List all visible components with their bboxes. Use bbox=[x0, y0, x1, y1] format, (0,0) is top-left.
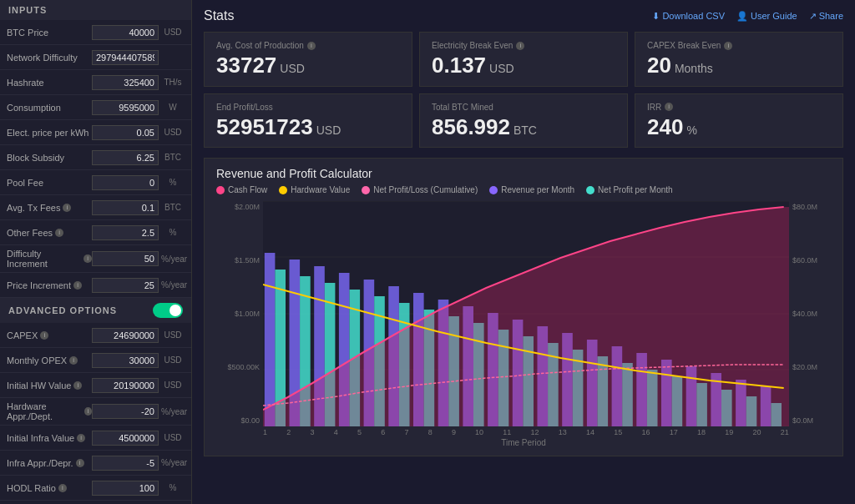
adv-field-5[interactable] bbox=[92, 456, 159, 471]
adv-info-4[interactable]: i bbox=[77, 434, 85, 442]
adv-info-1[interactable]: i bbox=[69, 356, 78, 365]
y-right-tick-4: $60.0M bbox=[792, 256, 831, 265]
input-field-9[interactable] bbox=[92, 251, 159, 266]
inputs-fields: BTC Price USD Network Difficulty Hashrat… bbox=[0, 20, 191, 298]
share-button[interactable]: ↗ Share bbox=[809, 11, 843, 22]
adv-label-3: Hardware Appr./Dept. i bbox=[7, 401, 92, 421]
input-label-7: Avg. Tx Fees i bbox=[7, 203, 92, 213]
download-csv-button[interactable]: ⬇ Download CSV bbox=[652, 11, 725, 22]
input-field-6[interactable] bbox=[92, 175, 159, 190]
input-row-10: Price Increment i %/year bbox=[0, 273, 191, 298]
y-left-tick-4: $1.50M bbox=[216, 256, 260, 265]
input-row-2: Hashrate TH/s bbox=[0, 70, 191, 95]
input-field-1[interactable] bbox=[92, 50, 159, 65]
info-dot-7[interactable]: i bbox=[63, 204, 71, 212]
legend-label-4: Net Profit per Month bbox=[598, 185, 672, 194]
legend-dot-1 bbox=[279, 186, 287, 194]
input-field-3[interactable] bbox=[92, 100, 159, 115]
adv-field-1[interactable] bbox=[92, 353, 159, 368]
adv-row-0: CAPEX i USD bbox=[0, 323, 191, 348]
input-label-9: Difficulty Increment i bbox=[7, 249, 92, 269]
legend-item-1: Hardware Value bbox=[279, 185, 350, 194]
chart-section: Revenue and Profit Calculator Cash Flow … bbox=[204, 158, 843, 456]
input-unit-4: USD bbox=[161, 128, 185, 137]
input-unit-10: %/year bbox=[161, 280, 185, 290]
user-guide-button[interactable]: 👤 User Guide bbox=[736, 11, 797, 22]
stat-btc-mined-label: Total BTC Mined bbox=[432, 103, 615, 112]
advanced-options-toggle[interactable] bbox=[153, 303, 183, 318]
adv-unit-4: USD bbox=[161, 433, 185, 442]
stat-card-profit-loss: End Profit/Loss 52951723USD bbox=[204, 93, 412, 149]
input-field-10[interactable] bbox=[92, 278, 159, 293]
adv-field-0[interactable] bbox=[92, 328, 159, 343]
adv-row-7: Discount Rate i % bbox=[0, 501, 191, 504]
adv-unit-6: % bbox=[161, 483, 185, 492]
stat-cards-row2: End Profit/Loss 52951723USD Total BTC Mi… bbox=[204, 93, 843, 149]
input-unit-2: TH/s bbox=[161, 78, 185, 87]
legend-dot-3 bbox=[489, 186, 498, 194]
adv-label-6: HODL Ratio i bbox=[7, 483, 92, 493]
adv-field-2[interactable] bbox=[92, 378, 159, 393]
chart-title: Revenue and Profit Calculator bbox=[216, 167, 831, 180]
adv-unit-1: USD bbox=[161, 355, 185, 365]
y-right-tick-5: $80.0M bbox=[792, 203, 831, 211]
adv-label-1: Monthly OPEX i bbox=[7, 355, 92, 365]
input-unit-6: % bbox=[161, 178, 185, 187]
adv-field-4[interactable] bbox=[92, 431, 159, 446]
stat-elec-break-value: 0.137USD bbox=[432, 53, 615, 78]
info-dot-8[interactable]: i bbox=[55, 229, 63, 237]
stat-elec-break-info[interactable]: i bbox=[516, 42, 524, 50]
input-field-4[interactable] bbox=[92, 125, 159, 140]
input-field-5[interactable] bbox=[92, 150, 159, 165]
adv-field-6[interactable] bbox=[92, 481, 159, 496]
adv-info-5[interactable]: i bbox=[76, 459, 84, 467]
chart-area: $2.00M $1.50M $1.00M $500.00K $0.00 bbox=[216, 201, 831, 426]
adv-row-4: Initial Infra Value i USD bbox=[0, 426, 191, 451]
input-unit-9: %/year bbox=[161, 255, 185, 264]
adv-label-5: Infra Appr./Depr. i bbox=[7, 458, 92, 468]
info-dot-9[interactable]: i bbox=[83, 255, 92, 263]
stat-irr-info[interactable]: i bbox=[665, 103, 673, 111]
y-left-tick-3: $1.00M bbox=[216, 310, 260, 318]
adv-row-2: Initial HW Value i USD bbox=[0, 373, 191, 398]
adv-info-3[interactable]: i bbox=[84, 407, 92, 416]
input-field-0[interactable] bbox=[92, 25, 159, 40]
adv-info-6[interactable]: i bbox=[58, 484, 67, 492]
adv-info-0[interactable]: i bbox=[40, 331, 48, 340]
legend-item-2: Net Profit/Loss (Cumulative) bbox=[362, 185, 478, 194]
adv-unit-3: %/year bbox=[161, 407, 185, 416]
stat-avg-cost-value: 33727USD bbox=[216, 53, 400, 78]
legend-dot-0 bbox=[216, 186, 225, 194]
input-row-4: Elect. price per kWh USD bbox=[0, 120, 191, 145]
input-unit-3: W bbox=[161, 103, 185, 112]
chart-inner bbox=[263, 201, 789, 426]
stat-irr-label: IRR i bbox=[647, 103, 831, 112]
input-field-2[interactable] bbox=[92, 75, 159, 90]
adv-field-3[interactable] bbox=[92, 404, 159, 419]
x-axis-ticks: 12345 678910 1112131415 1617181920 21 bbox=[216, 428, 831, 436]
stat-profit-loss-value: 52951723USD bbox=[216, 115, 400, 139]
input-label-10: Price Increment i bbox=[7, 280, 92, 290]
adv-info-2[interactable]: i bbox=[73, 381, 82, 390]
input-row-7: Avg. Tx Fees i BTC bbox=[0, 195, 191, 220]
legend-label-0: Cash Flow bbox=[228, 185, 267, 194]
sidebar: INPUTS BTC Price USD Network Difficulty … bbox=[0, 0, 192, 504]
input-row-8: Other Fees i % bbox=[0, 220, 191, 245]
input-field-8[interactable] bbox=[92, 225, 159, 240]
stat-avg-cost-info[interactable]: i bbox=[307, 42, 316, 50]
stat-capex-break-info[interactable]: i bbox=[724, 42, 732, 50]
adv-row-6: HODL Ratio i % bbox=[0, 476, 191, 501]
input-field-7[interactable] bbox=[92, 200, 159, 215]
y-left-tick-5: $2.00M bbox=[216, 203, 260, 211]
adv-unit-2: USD bbox=[161, 381, 185, 390]
legend-item-4: Net Profit per Month bbox=[586, 185, 672, 194]
input-label-4: Elect. price per kWh bbox=[7, 128, 92, 138]
adv-label-2: Initial HW Value i bbox=[7, 381, 92, 391]
adv-row-1: Monthly OPEX i USD bbox=[0, 348, 191, 373]
info-dot-10[interactable]: i bbox=[73, 281, 82, 290]
input-unit-8: % bbox=[161, 228, 185, 237]
input-label-8: Other Fees i bbox=[7, 228, 92, 238]
stat-elec-break-label: Electricity Break Even i bbox=[432, 41, 615, 50]
stat-card-irr: IRR i 240% bbox=[635, 93, 843, 149]
adv-row-5: Infra Appr./Depr. i %/year bbox=[0, 451, 191, 476]
